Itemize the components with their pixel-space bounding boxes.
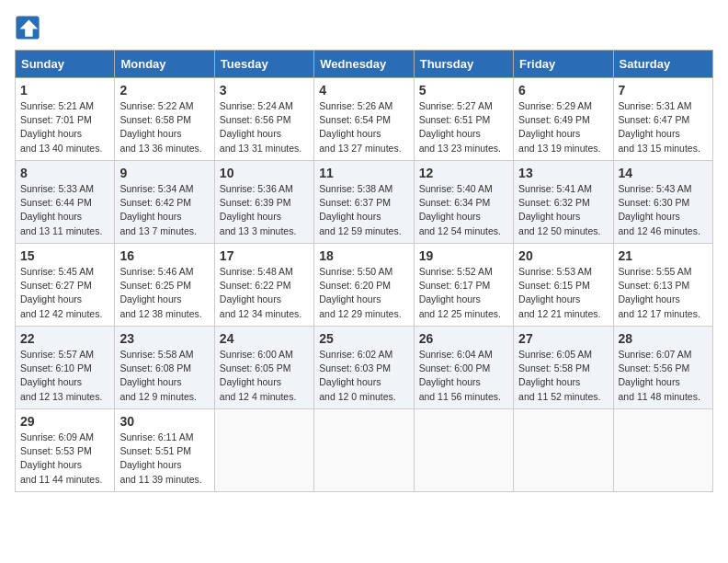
day-info: Sunrise: 5:48 AM Sunset: 6:22 PM Dayligh…: [220, 265, 309, 321]
day-info: Sunrise: 6:02 AM Sunset: 6:03 PM Dayligh…: [319, 348, 408, 404]
day-number: 16: [119, 248, 209, 263]
day-number: 11: [319, 166, 408, 180]
day-info: Sunrise: 5:29 AM Sunset: 6:49 PM Dayligh…: [518, 99, 608, 155]
day-number: 15: [20, 248, 109, 263]
day-info: Sunrise: 5:53 AM Sunset: 6:15 PM Dayligh…: [518, 265, 608, 321]
day-info: Sunrise: 5:46 AM Sunset: 6:25 PM Dayligh…: [119, 265, 209, 321]
day-number: 23: [119, 331, 209, 346]
day-info: Sunrise: 6:09 AM Sunset: 5:53 PM Dayligh…: [20, 431, 109, 487]
calendar-cell: 28 Sunrise: 6:07 AM Sunset: 5:56 PM Dayl…: [613, 327, 712, 409]
calendar-cell: 27 Sunrise: 6:05 AM Sunset: 5:58 PM Dayl…: [514, 327, 613, 409]
day-number: 9: [119, 166, 209, 180]
day-number: 7: [619, 83, 708, 98]
calendar-cell: 25 Sunrise: 6:02 AM Sunset: 6:03 PM Dayl…: [314, 327, 414, 409]
day-info: Sunrise: 6:00 AM Sunset: 6:05 PM Dayligh…: [220, 348, 309, 404]
calendar-cell: [414, 409, 513, 492]
day-number: 10: [220, 166, 309, 180]
day-info: Sunrise: 5:38 AM Sunset: 6:37 PM Dayligh…: [319, 182, 408, 238]
day-info: Sunrise: 5:58 AM Sunset: 6:08 PM Dayligh…: [119, 348, 209, 404]
calendar-cell: [314, 409, 414, 492]
day-number: 13: [518, 166, 608, 180]
day-number: 14: [619, 166, 708, 180]
calendar-cell: 5 Sunrise: 5:27 AM Sunset: 6:51 PM Dayli…: [414, 78, 513, 161]
day-info: Sunrise: 5:22 AM Sunset: 6:58 PM Dayligh…: [119, 99, 209, 155]
logo-icon: [15, 15, 40, 40]
calendar-cell: 26 Sunrise: 6:04 AM Sunset: 6:00 PM Dayl…: [414, 327, 513, 409]
day-info: Sunrise: 5:52 AM Sunset: 6:17 PM Dayligh…: [419, 265, 508, 321]
day-number: 1: [20, 83, 109, 98]
calendar-cell: 16 Sunrise: 5:46 AM Sunset: 6:25 PM Dayl…: [115, 244, 214, 327]
day-number: 28: [619, 331, 708, 346]
calendar-cell: 12 Sunrise: 5:40 AM Sunset: 6:34 PM Dayl…: [414, 161, 513, 244]
calendar-cell: 18 Sunrise: 5:50 AM Sunset: 6:20 PM Dayl…: [314, 244, 414, 327]
day-info: Sunrise: 5:40 AM Sunset: 6:34 PM Dayligh…: [419, 182, 508, 238]
day-number: 3: [220, 83, 309, 98]
calendar-cell: 6 Sunrise: 5:29 AM Sunset: 6:49 PM Dayli…: [514, 78, 613, 161]
calendar-cell: 2 Sunrise: 5:22 AM Sunset: 6:58 PM Dayli…: [115, 78, 214, 161]
col-header-sunday: Sunday: [16, 51, 115, 78]
day-number: 25: [319, 331, 408, 346]
day-info: Sunrise: 5:26 AM Sunset: 6:54 PM Dayligh…: [319, 99, 408, 155]
calendar-cell: 10 Sunrise: 5:36 AM Sunset: 6:39 PM Dayl…: [214, 161, 313, 244]
calendar-cell: [613, 409, 712, 492]
day-number: 24: [220, 331, 309, 346]
day-info: Sunrise: 6:05 AM Sunset: 5:58 PM Dayligh…: [518, 348, 608, 404]
calendar-cell: 13 Sunrise: 5:41 AM Sunset: 6:32 PM Dayl…: [514, 161, 613, 244]
day-number: 5: [419, 83, 508, 98]
day-info: Sunrise: 5:55 AM Sunset: 6:13 PM Dayligh…: [619, 265, 708, 321]
calendar-cell: 11 Sunrise: 5:38 AM Sunset: 6:37 PM Dayl…: [314, 161, 414, 244]
day-info: Sunrise: 5:45 AM Sunset: 6:27 PM Dayligh…: [20, 265, 109, 321]
day-number: 30: [119, 414, 209, 429]
calendar-cell: 15 Sunrise: 5:45 AM Sunset: 6:27 PM Dayl…: [16, 244, 115, 327]
day-number: 18: [319, 248, 408, 263]
calendar-cell: 7 Sunrise: 5:31 AM Sunset: 6:47 PM Dayli…: [613, 78, 712, 161]
calendar-table: SundayMondayTuesdayWednesdayThursdayFrid…: [15, 50, 713, 492]
day-info: Sunrise: 5:21 AM Sunset: 7:01 PM Dayligh…: [20, 99, 109, 155]
col-header-wednesday: Wednesday: [314, 51, 414, 78]
page-header: [15, 15, 713, 40]
calendar-cell: [514, 409, 613, 492]
day-info: Sunrise: 5:50 AM Sunset: 6:20 PM Dayligh…: [319, 265, 408, 321]
day-info: Sunrise: 5:33 AM Sunset: 6:44 PM Dayligh…: [20, 182, 109, 238]
calendar-cell: 29 Sunrise: 6:09 AM Sunset: 5:53 PM Dayl…: [16, 409, 115, 492]
calendar-cell: 19 Sunrise: 5:52 AM Sunset: 6:17 PM Dayl…: [414, 244, 513, 327]
calendar-cell: 1 Sunrise: 5:21 AM Sunset: 7:01 PM Dayli…: [16, 78, 115, 161]
day-info: Sunrise: 6:07 AM Sunset: 5:56 PM Dayligh…: [619, 348, 708, 404]
day-info: Sunrise: 6:11 AM Sunset: 5:51 PM Dayligh…: [119, 431, 209, 487]
calendar-cell: 3 Sunrise: 5:24 AM Sunset: 6:56 PM Dayli…: [214, 78, 313, 161]
day-number: 17: [220, 248, 309, 263]
day-number: 4: [319, 83, 408, 98]
col-header-saturday: Saturday: [613, 51, 712, 78]
day-info: Sunrise: 5:31 AM Sunset: 6:47 PM Dayligh…: [619, 99, 708, 155]
calendar-cell: 14 Sunrise: 5:43 AM Sunset: 6:30 PM Dayl…: [613, 161, 712, 244]
col-header-tuesday: Tuesday: [214, 51, 313, 78]
day-info: Sunrise: 6:04 AM Sunset: 6:00 PM Dayligh…: [419, 348, 508, 404]
day-info: Sunrise: 5:43 AM Sunset: 6:30 PM Dayligh…: [619, 182, 708, 238]
calendar-cell: 30 Sunrise: 6:11 AM Sunset: 5:51 PM Dayl…: [115, 409, 214, 492]
calendar-cell: 8 Sunrise: 5:33 AM Sunset: 6:44 PM Dayli…: [16, 161, 115, 244]
day-number: 20: [518, 248, 608, 263]
calendar-cell: [214, 409, 313, 492]
day-info: Sunrise: 5:34 AM Sunset: 6:42 PM Dayligh…: [119, 182, 209, 238]
col-header-thursday: Thursday: [414, 51, 513, 78]
calendar-cell: 4 Sunrise: 5:26 AM Sunset: 6:54 PM Dayli…: [314, 78, 414, 161]
day-info: Sunrise: 5:57 AM Sunset: 6:10 PM Dayligh…: [20, 348, 109, 404]
day-number: 29: [20, 414, 109, 429]
calendar-cell: 23 Sunrise: 5:58 AM Sunset: 6:08 PM Dayl…: [115, 327, 214, 409]
calendar-cell: 9 Sunrise: 5:34 AM Sunset: 6:42 PM Dayli…: [115, 161, 214, 244]
calendar-cell: 21 Sunrise: 5:55 AM Sunset: 6:13 PM Dayl…: [613, 244, 712, 327]
day-number: 22: [20, 331, 109, 346]
day-info: Sunrise: 5:27 AM Sunset: 6:51 PM Dayligh…: [419, 99, 508, 155]
day-number: 2: [119, 83, 209, 98]
day-number: 6: [518, 83, 608, 98]
day-number: 8: [20, 166, 109, 180]
col-header-friday: Friday: [514, 51, 613, 78]
calendar-cell: 22 Sunrise: 5:57 AM Sunset: 6:10 PM Dayl…: [16, 327, 115, 409]
day-number: 27: [518, 331, 608, 346]
day-number: 21: [619, 248, 708, 263]
logo: [15, 15, 44, 40]
day-info: Sunrise: 5:24 AM Sunset: 6:56 PM Dayligh…: [220, 99, 309, 155]
calendar-cell: 20 Sunrise: 5:53 AM Sunset: 6:15 PM Dayl…: [514, 244, 613, 327]
day-number: 26: [419, 331, 508, 346]
day-number: 12: [419, 166, 508, 180]
